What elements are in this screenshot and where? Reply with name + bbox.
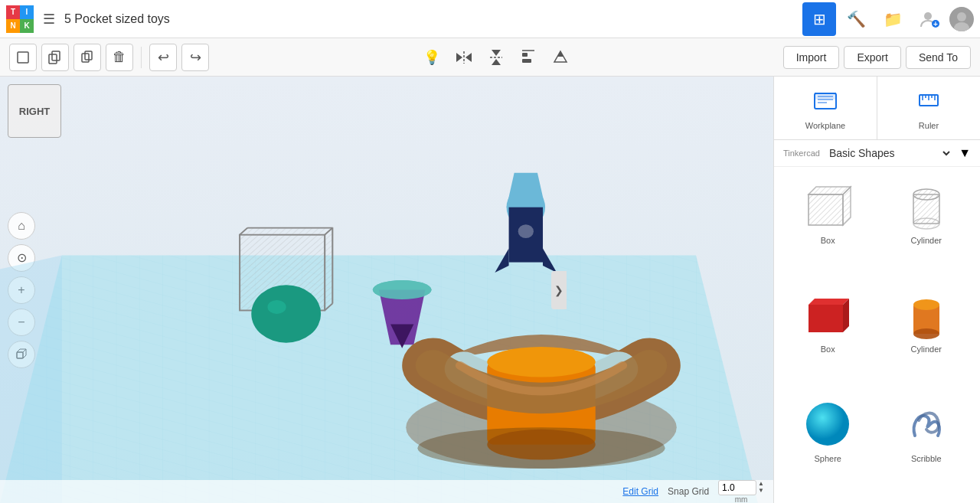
collapse-panel-button[interactable]: ❯ xyxy=(551,271,567,309)
workplane-icon xyxy=(812,86,839,118)
viewport-bottom: Edit Grid Snap Grid ▲ ▼ mm xyxy=(0,480,773,503)
shape-card-scribble[interactable]: Scribble xyxy=(879,391,975,497)
svg-rect-6 xyxy=(18,52,28,63)
svg-point-30 xyxy=(251,285,321,342)
delete-button[interactable]: 🗑 xyxy=(106,44,133,71)
box-solid-label: Box xyxy=(821,345,835,354)
folder-button[interactable]: 📁 xyxy=(876,2,910,36)
logo-t: T xyxy=(6,5,20,19)
svg-point-0 xyxy=(924,12,932,20)
sphere-solid-icon xyxy=(801,397,854,451)
ruler-icon xyxy=(915,86,942,118)
add-user-button[interactable]: + xyxy=(913,2,946,36)
ruler-button[interactable]: Ruler xyxy=(877,77,980,139)
box-hole-icon xyxy=(801,179,854,233)
svg-point-71 xyxy=(913,299,939,310)
svg-rect-8 xyxy=(52,51,60,60)
snap-grid-label: Snap Grid xyxy=(668,486,709,497)
svg-text:+: + xyxy=(933,20,938,28)
shape-card-cylinder-hole[interactable]: Cylinder xyxy=(879,173,975,279)
avatar[interactable] xyxy=(949,7,974,31)
workplane-label: Workplane xyxy=(805,121,845,130)
right-panel: Workplane Ruler Tinkercad xyxy=(773,77,980,503)
svg-point-46 xyxy=(417,427,665,469)
logo-i: I xyxy=(20,5,34,19)
svg-rect-14 xyxy=(522,59,531,63)
svg-marker-22 xyxy=(240,228,332,235)
svg-marker-37 xyxy=(507,173,546,207)
svg-marker-67 xyxy=(808,305,843,332)
svg-rect-13 xyxy=(522,53,528,57)
logo[interactable]: T I N K xyxy=(6,5,34,33)
snap-decrement-button[interactable]: ▼ xyxy=(758,488,764,494)
panel-dropdown[interactable]: Basic Shapes Text & Numbers Featured xyxy=(826,146,952,160)
shape-card-box-solid[interactable]: Box xyxy=(780,282,876,387)
svg-marker-62 xyxy=(843,187,851,225)
duplicate-button[interactable] xyxy=(74,44,101,71)
flip-button[interactable] xyxy=(547,44,574,71)
dropdown-chevron-icon: ▼ xyxy=(959,146,971,160)
workplane-button[interactable]: Workplane xyxy=(774,77,877,139)
scene-svg xyxy=(0,77,773,503)
sendto-button[interactable]: Send To xyxy=(906,46,971,69)
svg-marker-20 xyxy=(0,256,62,503)
cylinder-solid-label: Cylinder xyxy=(911,345,942,354)
sphere-label: Sphere xyxy=(815,454,841,463)
shapes-grid: Box Cylinder xyxy=(774,167,980,503)
toolbar-center: 💡 xyxy=(214,44,779,71)
svg-point-66 xyxy=(913,218,939,229)
svg-point-72 xyxy=(913,328,939,339)
logo-k: K xyxy=(20,19,34,33)
build-button[interactable]: 🔨 xyxy=(839,2,873,36)
new-button[interactable] xyxy=(9,44,37,71)
shape-card-cylinder-solid[interactable]: Cylinder xyxy=(879,282,975,387)
mirror-y-button[interactable] xyxy=(482,44,510,71)
topbar-right: ⊞ 🔨 📁 + xyxy=(802,2,974,36)
box-solid-icon xyxy=(801,288,854,341)
shape-card-box-hole[interactable]: Box xyxy=(780,173,876,279)
project-title: 5 Pocket sized toys xyxy=(64,12,796,26)
panel-category-label: Tinkercad xyxy=(783,149,820,158)
logo-n: N xyxy=(6,19,20,33)
main: RIGHT ⌂ ⊙ + − xyxy=(0,77,980,503)
svg-point-73 xyxy=(806,403,849,446)
import-button[interactable]: Import xyxy=(783,46,840,69)
shape-card-sphere[interactable]: Sphere xyxy=(780,391,876,497)
redo-button[interactable]: ↪ xyxy=(181,44,209,71)
copy-button[interactable] xyxy=(41,44,69,71)
svg-rect-7 xyxy=(49,54,57,64)
ruler-label: Ruler xyxy=(919,121,939,130)
action-buttons: Import Export Send To xyxy=(783,46,971,69)
align-button[interactable] xyxy=(514,44,542,71)
svg-point-31 xyxy=(267,300,286,314)
scribble-label: Scribble xyxy=(911,454,942,463)
svg-point-65 xyxy=(913,189,939,200)
snap-increment-button[interactable]: ▲ xyxy=(758,481,764,487)
svg-marker-60 xyxy=(808,194,843,225)
light-button[interactable]: 💡 xyxy=(418,44,446,71)
panel-dropdown-row: Tinkercad Basic Shapes Text & Numbers Fe… xyxy=(774,140,980,167)
menu-icon[interactable]: ☰ xyxy=(40,8,58,31)
export-button[interactable]: Export xyxy=(844,46,900,69)
box-hole-label: Box xyxy=(821,236,835,245)
undo-button[interactable]: ↩ xyxy=(149,44,177,71)
mirror-x-button[interactable] xyxy=(450,44,478,71)
svg-marker-68 xyxy=(808,299,849,305)
viewport[interactable]: RIGHT ⌂ ⊙ + − xyxy=(0,77,773,503)
panel-top: Workplane Ruler xyxy=(774,77,980,140)
scribble-icon xyxy=(900,397,953,451)
cylinder-solid-icon xyxy=(900,288,953,341)
svg-point-44 xyxy=(487,347,595,377)
cylinder-hole-icon xyxy=(900,179,953,233)
cylinder-hole-label: Cylinder xyxy=(911,236,942,245)
toolbar: 🗑 ↩ ↪ 💡 xyxy=(0,38,980,77)
svg-point-39 xyxy=(518,224,534,238)
snap-value-input[interactable] xyxy=(718,480,756,495)
svg-marker-23 xyxy=(325,228,332,311)
edit-grid-label[interactable]: Edit Grid xyxy=(622,486,658,497)
topbar: T I N K ☰ 5 Pocket sized toys ⊞ 🔨 📁 + xyxy=(0,0,980,38)
grid-view-button[interactable]: ⊞ xyxy=(802,2,836,36)
svg-point-35 xyxy=(373,280,432,299)
svg-point-4 xyxy=(957,12,966,21)
snap-unit: mm xyxy=(735,495,748,504)
